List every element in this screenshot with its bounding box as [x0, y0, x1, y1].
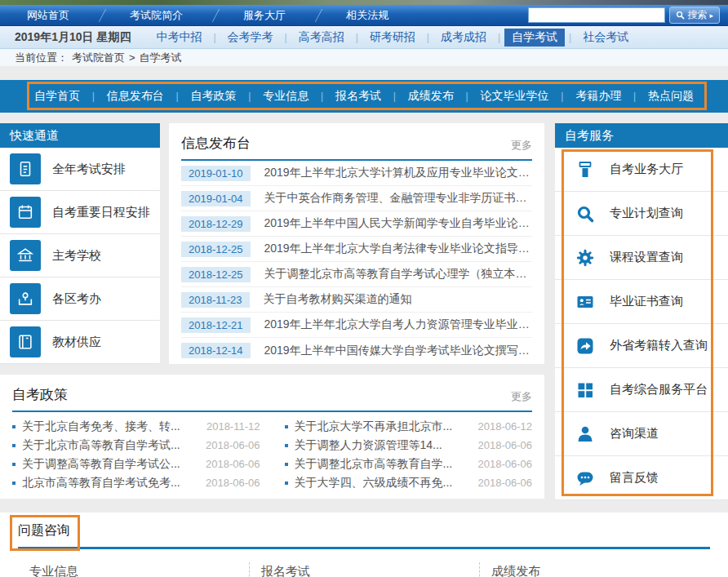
topnav-item-home[interactable]: 网站首页 — [0, 8, 102, 23]
info-board-panel: 信息发布台 更多 2019-01-10 2019年上半年北京大学计算机及应用专业… — [169, 123, 544, 364]
topnav-item-service-hall[interactable]: 服务大厅 — [216, 8, 318, 23]
faq-column-results[interactable]: 成绩发布 — [479, 562, 710, 577]
secnav-divider: | — [176, 91, 179, 102]
news-item[interactable]: 2018-12-21 2019年上半年北京大学自考人力资源管理专业毕业论... — [181, 313, 532, 338]
subnav-item-gaokao[interactable]: 高考高招 — [291, 29, 352, 47]
policy-item[interactable]: 北京市高等教育自学考试免考...2018-06-06 — [12, 473, 260, 492]
service-item-label: 专业计划查询 — [610, 206, 683, 221]
policy-title[interactable]: 关于北京自考免考、接考、转... — [22, 419, 197, 434]
quick-item-textbook-supply[interactable]: 教材供应 — [0, 321, 160, 364]
news-item[interactable]: 2018-12-29 2019年上半年中国人民大学新闻学专业自考毕业论文... — [181, 211, 532, 237]
news-title[interactable]: 关于调整北京市高等教育自学考试心理学（独立本科... — [264, 267, 533, 282]
news-title[interactable]: 2019年上半年中国传媒大学自学考试毕业论文撰写程... — [264, 344, 533, 358]
subnav-item-huikao[interactable]: 会考学考 — [220, 29, 281, 47]
secnav-item-home[interactable]: 自学首页 — [26, 89, 88, 104]
service-item-label: 自考综合服务平台 — [610, 382, 708, 397]
policy-item[interactable]: 关于调整人力资源管理等14...2018-06-06 — [285, 436, 533, 455]
service-item-diploma-query[interactable]: 毕业证书查询 — [555, 280, 728, 324]
service-item-consult-channel[interactable]: 咨询渠道 — [555, 412, 728, 456]
secnav-divider: | — [321, 91, 323, 102]
policy-title[interactable]: 关于北京大学不再承担北京市... — [295, 419, 468, 434]
news-title[interactable]: 关于自考教材购买渠道的通知 — [264, 292, 412, 307]
policies-more-link[interactable]: 更多 — [511, 389, 532, 404]
secnav-item-info-board[interactable]: 信息发布台 — [99, 89, 172, 104]
quick-channel-header: 快速通道 — [0, 123, 160, 148]
service-item-business-hall[interactable]: 自考业务大厅 — [555, 148, 728, 192]
secnav-divider: | — [561, 91, 563, 102]
service-item-transfer-in-query[interactable]: 外省考籍转入查询 — [555, 324, 728, 368]
search-button-label: 搜索 — [687, 8, 707, 22]
exam-category-nav: 2019年1月10日 星期四 中考中招 | 会考学考 | 高考高招 | 研考研招… — [0, 26, 728, 49]
news-item[interactable]: 2018-12-25 2019年上半年北京大学自考法律专业毕业论文指导教... — [181, 237, 532, 262]
news-date: 2018-12-21 — [181, 317, 251, 333]
news-item[interactable]: 2019-01-04 关于中英合作商务管理、金融管理专业非学历证书领... — [181, 186, 532, 211]
service-item-feedback[interactable]: 留言反馈 — [555, 456, 728, 500]
quick-item-host-schools[interactable]: 主考学校 — [0, 234, 160, 277]
policy-title[interactable]: 关于调整人力资源管理等14... — [295, 438, 468, 453]
breadcrumb-home-link[interactable]: 考试院首页 — [72, 51, 125, 65]
subnav-item-chengkao[interactable]: 成考成招 — [433, 29, 494, 47]
policy-item[interactable]: 关于调整高等教育自学考试公...2018-06-06 — [12, 455, 260, 473]
secnav-item-policies[interactable]: 自考政策 — [183, 89, 245, 104]
policy-title[interactable]: 关于大学四、六级成绩不再免... — [295, 476, 468, 490]
id-card-icon — [575, 291, 596, 313]
news-title[interactable]: 2019年上半年中国人民大学新闻学专业自考毕业论文... — [264, 216, 533, 231]
news-title[interactable]: 2019年上半年北京大学自考人力资源管理专业毕业论... — [264, 317, 533, 332]
search-input[interactable] — [528, 7, 665, 23]
self-study-section-nav: 自学首页 | 信息发布台 | 自考政策 | 专业信息 | 报名考试 | 成绩发布… — [0, 80, 728, 113]
policy-title[interactable]: 关于调整高等教育自学考试公... — [22, 457, 196, 472]
secnav-item-records[interactable]: 考籍办理 — [567, 89, 629, 104]
topnav-item-regulations[interactable]: 相关法规 — [319, 8, 421, 23]
info-board-more-link[interactable]: 更多 — [511, 138, 532, 153]
news-date: 2018-12-29 — [181, 216, 251, 232]
subnav-divider: | — [213, 32, 215, 43]
policies-left-column: 关于北京自考免考、接考、转...2018-11-12 关于北京市高等教育自学考试… — [12, 417, 260, 492]
news-item[interactable]: 2019-01-10 2019年上半年北京大学计算机及应用专业毕业论文导... — [181, 161, 532, 186]
subnav-item-shehuikaoshi[interactable]: 社会考试 — [575, 29, 636, 47]
subnav-item-yankao[interactable]: 研考研招 — [362, 29, 423, 47]
faq-column-major-info[interactable]: 专业信息 — [18, 562, 249, 577]
secnav-item-thesis-degree[interactable]: 论文毕业学位 — [473, 89, 557, 104]
search-icon — [575, 203, 596, 224]
news-title[interactable]: 关于中英合作商务管理、金融管理专业非学历证书领... — [264, 191, 533, 206]
policy-date: 2018-06-06 — [478, 477, 533, 489]
quick-item-label: 教材供应 — [52, 335, 101, 350]
quick-item-exam-schedule[interactable]: 全年考试安排 — [0, 148, 160, 191]
policy-item[interactable]: 关于北京市高等教育自学考试...2018-06-06 — [12, 436, 260, 455]
subnav-divider: | — [427, 32, 429, 43]
topnav-item-about[interactable]: 考试院简介 — [103, 8, 215, 23]
faq-section: 问题咨询 专业信息 报名考试 成绩发布 — [0, 513, 728, 577]
policy-item[interactable]: 关于北京自考免考、接考、转...2018-11-12 — [12, 417, 260, 436]
secnav-item-registration[interactable]: 报名考试 — [327, 89, 389, 104]
quick-item-important-dates[interactable]: 自考重要日程安排 — [0, 191, 160, 234]
policy-item[interactable]: 关于大学四、六级成绩不再免...2018-06-06 — [285, 473, 533, 492]
news-item[interactable]: 2018-12-25 关于调整北京市高等教育自学考试心理学（独立本科... — [181, 262, 532, 287]
secnav-item-results[interactable]: 成绩发布 — [400, 89, 462, 104]
faq-title: 问题咨询 — [18, 522, 70, 547]
policy-item[interactable]: 关于北京大学不再承担北京市...2018-06-12 — [285, 417, 533, 436]
secnav-item-major-info[interactable]: 专业信息 — [255, 89, 317, 104]
search-button[interactable]: 搜索 ▸ — [669, 7, 720, 24]
policy-item[interactable]: 关于调整北京市高等教育自学...2018-06-06 — [285, 455, 533, 473]
subnav-item-zhongkao[interactable]: 中考中招 — [149, 29, 209, 47]
subnav-item-zixuekaoshi-active[interactable]: 自学考试 — [504, 29, 565, 47]
service-item-comprehensive-platform[interactable]: 自考综合服务平台 — [555, 368, 728, 412]
service-item-course-setup-query[interactable]: 课程设置查询 — [555, 236, 728, 280]
book-icon — [10, 326, 41, 357]
quick-item-district-offices[interactable]: 各区考办 — [0, 277, 160, 321]
faq-column-registration[interactable]: 报名考试 — [249, 562, 480, 577]
bullet-icon — [285, 463, 288, 466]
news-title[interactable]: 2019年上半年北京大学计算机及应用专业毕业论文导... — [264, 166, 533, 180]
secnav-item-hot-questions[interactable]: 热点问题 — [640, 89, 702, 104]
news-title[interactable]: 2019年上半年北京大学自考法律专业毕业论文指导教... — [264, 242, 533, 256]
service-item-label: 自考业务大厅 — [610, 162, 683, 177]
policy-title[interactable]: 关于调整北京市高等教育自学... — [295, 457, 468, 472]
news-item[interactable]: 2018-11-23 关于自考教材购买渠道的通知 — [181, 287, 532, 313]
policy-title[interactable]: 北京市高等教育自学考试免考... — [22, 476, 196, 490]
grid-icon — [575, 379, 596, 401]
news-item[interactable]: 2018-12-14 2019年上半年中国传媒大学自学考试毕业论文撰写程... — [181, 338, 532, 363]
service-item-major-plan-query[interactable]: 专业计划查询 — [555, 192, 728, 236]
policy-title[interactable]: 关于北京市高等教育自学考试... — [22, 438, 196, 453]
quick-item-label: 全年考试安排 — [52, 162, 126, 177]
quick-item-label: 各区考办 — [52, 291, 101, 307]
